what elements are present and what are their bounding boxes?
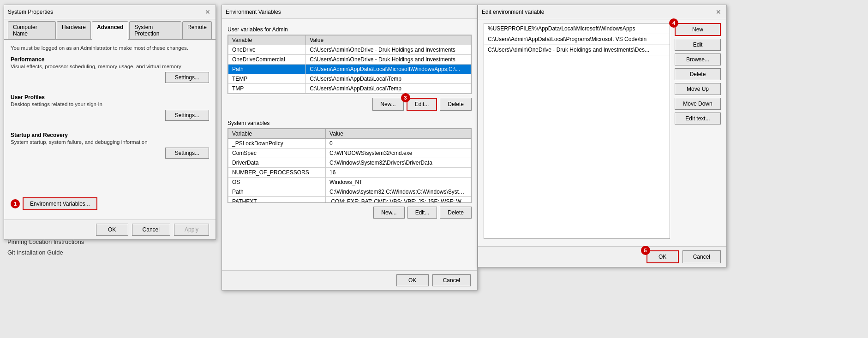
- sys-var-value: Windows_NT: [326, 178, 471, 187]
- tab-remote[interactable]: Remote: [182, 21, 212, 39]
- system-table-row[interactable]: PATHEXT.COM;.EXE;.BAT;.CMD;.VBS;.VBE;.JS…: [228, 197, 471, 203]
- edit-badge: 3: [401, 93, 410, 102]
- user-profiles-desc: Desktop settings related to your sign-in: [11, 101, 209, 107]
- tab-advanced[interactable]: Advanced: [92, 21, 128, 40]
- edit-env-window: Edit environment variable ✕ %USERPROFILE…: [478, 5, 727, 267]
- admin-notice: You must be logged on as an Administrato…: [11, 45, 209, 51]
- user-var-name: TEMP: [228, 74, 306, 84]
- system-properties-footer: OK Cancel Apply: [4, 219, 216, 239]
- sys-col-value: Value: [326, 129, 471, 139]
- tab-hardware[interactable]: Hardware: [57, 21, 91, 39]
- sys-var-name: OS: [228, 178, 326, 187]
- system-properties-body: You must be logged on as an Administrato…: [4, 40, 216, 219]
- sys-var-name: ComSpec: [228, 148, 326, 158]
- sys-var-name: NUMBER_OF_PROCESSORS: [228, 168, 326, 178]
- system-edit-btn[interactable]: Edit...: [407, 207, 437, 219]
- sys-var-name: _PSLockDownPolicy: [228, 139, 326, 148]
- system-table-row[interactable]: PathC:\Windows\system32;C:\Windows;C:\Wi…: [228, 187, 471, 197]
- user-col-variable: Variable: [228, 36, 306, 45]
- edit-env-titlebar: Edit environment variable ✕: [478, 5, 726, 19]
- sys-var-value: .COM;.EXE;.BAT;.CMD;.VBS;.VBE;.JS;.JSE;.…: [326, 197, 471, 203]
- user-new-btn[interactable]: New...: [372, 98, 403, 111]
- user-var-value: C:\Users\Admin\AppData\Local\Temp: [306, 74, 471, 84]
- env-variables-body: User variables for Admin Variable Value …: [222, 19, 477, 270]
- user-var-name: Path: [228, 65, 306, 74]
- user-var-value: C:\Users\Admin\OneDrive - Druk Holdings …: [306, 55, 471, 65]
- user-table-row[interactable]: OneDriveCommercialC:\Users\Admin\OneDriv…: [228, 55, 471, 65]
- edit-browse-btn[interactable]: Browse...: [675, 53, 721, 65]
- env-btn-area: 1 Environment Variables...: [11, 197, 209, 214]
- system-table-row[interactable]: DriverDataC:\Windows\System32\Drivers\Dr…: [228, 158, 471, 168]
- env-variables-window: Environment Variables User variables for…: [221, 5, 478, 291]
- system-properties-window: System Properties ✕ Computer Name Hardwa…: [4, 5, 216, 240]
- user-table-row[interactable]: TEMPC:\Users\Admin\AppData\Local\Temp: [228, 74, 471, 84]
- performance-desc: Visual effects, processor scheduling, me…: [11, 64, 209, 69]
- sys-var-name: Path: [228, 187, 326, 197]
- env-ok-btn[interactable]: OK: [396, 274, 429, 286]
- edit-move-up-btn[interactable]: Move Up: [675, 83, 721, 95]
- edit-text-btn[interactable]: Edit text...: [675, 113, 721, 125]
- system-section-title: System variables: [227, 116, 472, 128]
- system-properties-title: System Properties: [8, 9, 53, 15]
- system-table-row[interactable]: ComSpecC:\WINDOWS\system32\cmd.exe: [228, 148, 471, 158]
- sys-var-name: PATHEXT: [228, 197, 326, 203]
- system-btn-row: New... Edit... Delete: [227, 207, 472, 219]
- user-edit-btn[interactable]: Edit...: [407, 98, 437, 111]
- apply-btn[interactable]: Apply: [174, 224, 209, 236]
- user-var-name: OneDriveCommercial: [228, 55, 306, 65]
- user-table-container: Variable Value OneDriveC:\Users\Admin\On…: [227, 35, 472, 94]
- user-btn-row: New... 3 Edit... Delete: [227, 98, 472, 111]
- cancel-btn[interactable]: Cancel: [132, 224, 170, 236]
- edit-env-body: %USERPROFILE%\AppData\Local\Microsoft\Wi…: [478, 19, 726, 246]
- system-table-container: Variable Value _PSLockDownPolicy0ComSpec…: [227, 128, 472, 203]
- edit-edit-btn[interactable]: Edit: [675, 39, 721, 51]
- sys-var-value: C:\Windows\system32;C:\Windows;C:\Window…: [326, 187, 471, 197]
- path-item[interactable]: C:\Users\Admin\AppData\Local\Programs\Mi…: [484, 34, 670, 45]
- user-profiles-settings-btn[interactable]: Settings...: [165, 110, 209, 121]
- user-table-row[interactable]: PathC:\Users\Admin\AppData\Local\Microso…: [228, 65, 471, 74]
- system-properties-close[interactable]: ✕: [204, 8, 212, 16]
- edit-side-buttons: 4 New Edit Browse... Delete Move Up Move…: [675, 23, 721, 243]
- user-delete-btn[interactable]: Delete: [440, 98, 472, 111]
- path-item[interactable]: C:\Users\Admin\OneDrive - Druk Holdings …: [484, 45, 670, 55]
- system-table-row[interactable]: NUMBER_OF_PROCESSORS16: [228, 168, 471, 178]
- system-properties-tabs: Computer Name Hardware Advanced System P…: [4, 19, 216, 40]
- system-properties-titlebar: System Properties ✕: [4, 5, 216, 19]
- user-var-name: TMP: [228, 84, 306, 94]
- user-section-title: User variables for Admin: [227, 23, 472, 35]
- path-item[interactable]: %USERPROFILE%\AppData\Local\Microsoft\Wi…: [484, 24, 670, 34]
- env-variables-titlebar: Environment Variables: [222, 5, 477, 19]
- env-variables-footer: OK Cancel: [222, 270, 477, 290]
- user-profiles-label: User Profiles: [11, 94, 209, 101]
- edit-delete-btn[interactable]: Delete: [675, 68, 721, 80]
- performance-settings-btn[interactable]: Settings...: [165, 72, 209, 83]
- edit-ok-btn[interactable]: OK: [647, 250, 679, 263]
- sys-var-value: C:\WINDOWS\system32\cmd.exe: [326, 148, 471, 158]
- system-new-btn[interactable]: New...: [373, 207, 404, 219]
- sys-col-variable: Variable: [228, 129, 326, 139]
- user-var-value: C:\Users\Admin\AppData\Local\Microsoft\W…: [306, 65, 471, 74]
- env-variables-btn[interactable]: Environment Variables...: [23, 197, 97, 210]
- user-var-name: OneDrive: [228, 45, 306, 55]
- user-table-row[interactable]: TMPC:\Users\Admin\AppData\Local\Temp: [228, 84, 471, 94]
- startup-label: Startup and Recovery: [11, 132, 209, 138]
- system-table-row[interactable]: _PSLockDownPolicy0: [228, 139, 471, 148]
- edit-move-down-btn[interactable]: Move Down: [675, 98, 721, 110]
- edit-env-close[interactable]: ✕: [714, 8, 723, 16]
- env-variables-title: Environment Variables: [226, 9, 281, 15]
- edit-cancel-btn[interactable]: Cancel: [682, 250, 721, 263]
- env-cancel-btn[interactable]: Cancel: [432, 274, 471, 286]
- sys-var-value: C:\Windows\System32\Drivers\DriverData: [326, 158, 471, 168]
- ok-badge: 5: [641, 246, 650, 255]
- system-table: Variable Value _PSLockDownPolicy0ComSpec…: [228, 129, 471, 202]
- tab-computer-name[interactable]: Computer Name: [8, 21, 56, 39]
- startup-desc: System startup, system failure, and debu…: [11, 139, 209, 145]
- edit-env-title: Edit environment variable: [482, 9, 544, 15]
- startup-settings-btn[interactable]: Settings...: [165, 148, 209, 159]
- edit-new-btn[interactable]: New: [675, 23, 721, 36]
- tab-system-protection[interactable]: System Protection: [129, 21, 181, 39]
- system-delete-btn[interactable]: Delete: [440, 207, 472, 219]
- system-table-row[interactable]: OSWindows_NT: [228, 178, 471, 187]
- ok-btn[interactable]: OK: [96, 224, 128, 236]
- user-table-row[interactable]: OneDriveC:\Users\Admin\OneDrive - Druk H…: [228, 45, 471, 55]
